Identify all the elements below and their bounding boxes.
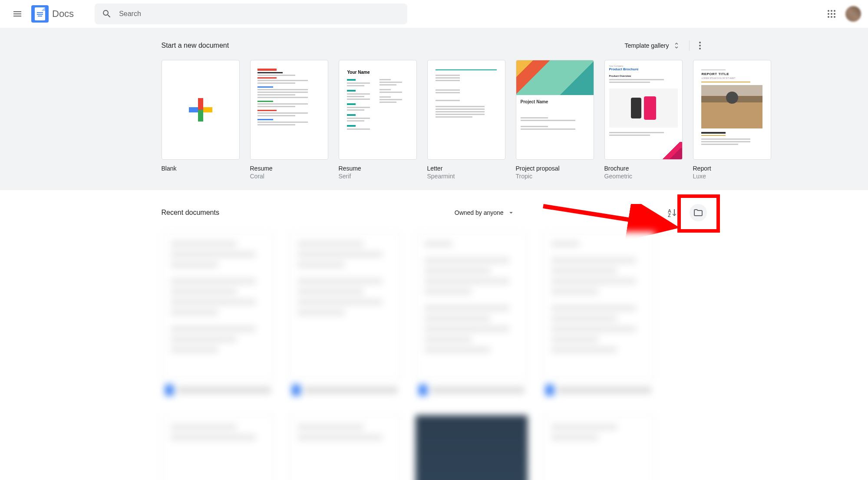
template-gallery-button[interactable]: Template gallery (620, 38, 686, 53)
divider (689, 40, 690, 51)
svg-point-1 (831, 10, 832, 12)
owner-filter-label: Owned by anyone (455, 209, 504, 216)
owner-filter-dropdown[interactable]: Owned by anyone (451, 205, 518, 220)
thumb-text: Product Overview (609, 75, 678, 77)
template-report[interactable]: REPORT TITLE LOREM IPSUM DOLOR SIT AMET … (693, 60, 771, 180)
svg-point-9 (699, 42, 701, 43)
svg-point-2 (834, 10, 835, 12)
templates-section: Start a new document Template gallery (0, 28, 868, 190)
search-bar[interactable] (95, 3, 407, 24)
svg-point-8 (834, 16, 835, 18)
document-card[interactable] (162, 232, 274, 401)
template-name: Report (693, 165, 771, 172)
document-card[interactable] (415, 415, 528, 480)
svg-point-11 (699, 48, 701, 49)
document-card[interactable] (288, 415, 401, 480)
template-sub: Spearmint (427, 173, 505, 180)
templates-section-title: Start a new document (162, 42, 229, 49)
thumb-text: Project Name (521, 99, 589, 104)
plus-icon (189, 98, 212, 122)
svg-point-4 (831, 13, 832, 15)
apps-grid-icon (826, 9, 837, 19)
template-name: Letter (427, 165, 505, 172)
sort-az-icon: AZ (667, 207, 677, 218)
document-card[interactable] (542, 415, 655, 480)
thumb-text: LOREM IPSUM DOLOR SIT AMET (701, 77, 762, 80)
template-gallery-label: Template gallery (625, 42, 669, 49)
document-card[interactable] (415, 232, 528, 401)
document-card[interactable] (542, 232, 655, 401)
docs-logo-icon (31, 5, 49, 23)
template-letter-spearmint[interactable]: Letter Spearmint (427, 60, 505, 180)
template-project-proposal[interactable]: Project Name Project proposal Tropic (516, 60, 594, 180)
thumb-text: Your Name (347, 69, 408, 76)
docs-logo-link[interactable]: Docs (31, 5, 74, 23)
template-name: Resume (250, 165, 328, 172)
app-header: Docs (0, 0, 868, 28)
template-sub: Luxe (693, 173, 771, 180)
thumb-text: Product Brochure (609, 67, 678, 71)
svg-point-0 (828, 10, 829, 12)
template-resume-coral[interactable]: Resume Coral (250, 60, 328, 180)
dropdown-arrow-icon (507, 209, 515, 217)
account-avatar[interactable] (845, 6, 861, 22)
app-title: Docs (52, 8, 74, 20)
more-vert-icon (695, 40, 705, 51)
search-input[interactable] (119, 10, 400, 18)
template-sub: Geometric (604, 173, 683, 180)
svg-text:Z: Z (668, 213, 671, 218)
folder-icon (693, 207, 703, 218)
sort-button[interactable]: AZ (663, 204, 681, 221)
google-apps-button[interactable] (823, 5, 840, 23)
open-file-picker-button[interactable] (690, 204, 707, 221)
document-card[interactable] (162, 415, 274, 480)
template-resume-serif[interactable]: Your Name (339, 60, 417, 180)
template-name: Project proposal (516, 165, 594, 172)
unfold-icon (673, 42, 680, 49)
recent-documents-section: Recent documents Owned by anyone AZ (0, 190, 868, 480)
template-brochure[interactable]: Your Company Product Brochure Product Ov… (604, 60, 683, 180)
template-sub: Coral (250, 173, 328, 180)
template-name: Blank (162, 165, 240, 172)
list-view-button[interactable] (637, 204, 655, 221)
template-sub: Tropic (516, 173, 594, 180)
main-menu-button[interactable] (7, 3, 28, 24)
thumb-text: REPORT TITLE (701, 72, 762, 76)
document-card[interactable] (288, 232, 401, 401)
svg-point-7 (831, 16, 832, 18)
list-view-icon (641, 207, 651, 218)
recent-section-title: Recent documents (162, 209, 219, 217)
svg-point-10 (699, 45, 701, 46)
svg-point-3 (828, 13, 829, 15)
svg-point-6 (828, 16, 829, 18)
template-name: Resume (339, 165, 417, 172)
template-blank[interactable]: Blank (162, 60, 240, 180)
search-icon (102, 9, 112, 19)
svg-point-5 (834, 13, 835, 15)
template-sub: Serif (339, 173, 417, 180)
template-name: Brochure (604, 165, 683, 172)
templates-more-button[interactable] (693, 39, 707, 53)
menu-icon (12, 9, 23, 19)
